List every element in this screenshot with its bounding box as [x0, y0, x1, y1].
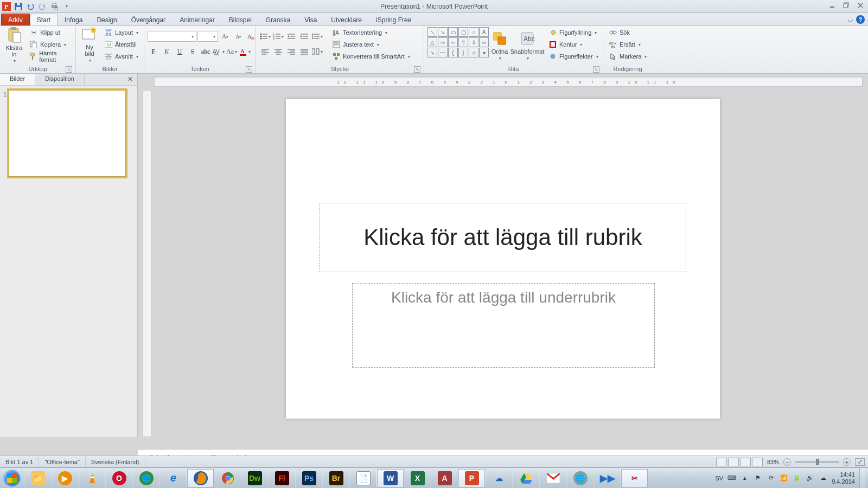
- paragraph-dialog-launcher[interactable]: ⤡: [414, 66, 420, 73]
- slide-canvas[interactable]: Klicka för att lägga till rubrik Klicka …: [286, 99, 720, 419]
- text-direction-button[interactable]: ||ATextorientering▾: [330, 27, 412, 38]
- find-button[interactable]: Sök: [607, 27, 649, 38]
- justify-button[interactable]: [298, 46, 310, 57]
- taskbar-photoshop[interactable]: Ps: [295, 469, 322, 487]
- close-button[interactable]: [855, 1, 866, 10]
- taskbar-app1[interactable]: 🌐: [566, 469, 593, 487]
- taskbar-excel[interactable]: X: [404, 469, 431, 487]
- print-preview-button[interactable]: [49, 1, 60, 12]
- shape-line-icon[interactable]: ＼: [427, 27, 437, 37]
- shape-oval-icon[interactable]: ○: [469, 27, 478, 37]
- taskbar-ie[interactable]: e: [159, 469, 187, 487]
- character-spacing-button[interactable]: AV▾: [213, 46, 225, 57]
- show-desktop-button[interactable]: [859, 468, 865, 489]
- taskbar-powerpoint[interactable]: P: [458, 469, 485, 487]
- align-right-button[interactable]: [285, 46, 297, 57]
- new-slide-button[interactable]: Ny bild▾: [79, 27, 100, 63]
- battery-icon[interactable]: 🔋: [793, 474, 801, 483]
- sync-icon[interactable]: ⟳: [767, 474, 775, 483]
- slideshow-view-button[interactable]: [752, 458, 763, 466]
- taskbar-vlc[interactable]: [78, 469, 105, 487]
- horizontal-ruler[interactable]: 12 11 10 9 8 7 6 5 4 3 2 1 0 1 2 3 4 5 6…: [154, 77, 863, 87]
- shrink-font-button[interactable]: A▾: [232, 30, 244, 42]
- convert-smartart-button[interactable]: Konvertera till SmartArt▾: [330, 51, 412, 62]
- taskbar-dreamweaver[interactable]: Dw: [241, 469, 268, 487]
- tab-review[interactable]: Granska: [259, 14, 297, 25]
- replace-button[interactable]: abacErsätt▾: [607, 39, 649, 50]
- clear-formatting-button[interactable]: A: [245, 30, 257, 42]
- taskbar-gmail[interactable]: [539, 469, 566, 487]
- drawing-dialog-launcher[interactable]: ⤡: [593, 66, 599, 73]
- reading-view-button[interactable]: [740, 458, 751, 466]
- pane-tab-outline[interactable]: Disposition: [35, 74, 85, 85]
- zoom-percent[interactable]: 83%: [767, 459, 779, 465]
- shape-freeform-icon[interactable]: 〰: [438, 48, 448, 57]
- volume-icon[interactable]: 🔊: [806, 474, 814, 483]
- align-left-button[interactable]: [259, 46, 271, 57]
- shape-darrow-icon[interactable]: ⇩: [469, 37, 478, 47]
- align-text-button[interactable]: Justera text▾: [330, 39, 412, 50]
- increase-indent-button[interactable]: [298, 30, 310, 42]
- shapes-more-button[interactable]: ▾: [479, 48, 489, 57]
- zoom-slider[interactable]: [795, 461, 839, 463]
- clock[interactable]: 14:41 9.4.2014: [832, 471, 855, 484]
- shape-effects-button[interactable]: Figureffekter▾: [546, 51, 601, 62]
- font-dialog-launcher[interactable]: ⤡: [246, 66, 252, 73]
- tab-ispring[interactable]: iSpring Free: [369, 14, 418, 25]
- taskbar-chrome-app[interactable]: 🌐: [132, 469, 159, 487]
- thumbnails-area[interactable]: 1: [0, 86, 137, 437]
- change-case-button[interactable]: Aa▾: [226, 46, 238, 57]
- grow-font-button[interactable]: A▴: [219, 30, 231, 42]
- status-language[interactable]: Svenska (Finland): [86, 456, 145, 467]
- zoom-in-button[interactable]: +: [843, 458, 851, 466]
- taskbar-app2[interactable]: ▶▶: [593, 469, 621, 487]
- taskbar-onedrive[interactable]: ☁: [485, 469, 512, 487]
- restore-button[interactable]: [841, 1, 852, 10]
- shape-triangle-icon[interactable]: △: [427, 37, 437, 47]
- tab-animations[interactable]: Animeringar: [173, 14, 222, 25]
- tab-view[interactable]: Visa: [297, 14, 324, 25]
- shape-2arrow-icon[interactable]: ⇔: [479, 37, 489, 47]
- taskbar-libreoffice[interactable]: 📄: [349, 469, 376, 487]
- section-button[interactable]: Avsnitt▾: [102, 51, 141, 62]
- undo-button[interactable]: [25, 1, 36, 12]
- shape-brace2-icon[interactable]: }: [458, 48, 468, 57]
- shapes-gallery[interactable]: ＼ ↘ ▭ ▢ ○ A △ ⇨ ⇦ ⇧ ⇩ ⇔ ∿ 〰 { } ☆: [427, 27, 489, 57]
- shape-textbox-icon[interactable]: A: [479, 27, 489, 37]
- align-center-button[interactable]: [272, 46, 284, 57]
- italic-button[interactable]: K: [161, 46, 173, 57]
- zoom-out-button[interactable]: −: [783, 458, 791, 466]
- tab-developer[interactable]: Utvecklare: [324, 14, 369, 25]
- numbering-button[interactable]: 123▾: [272, 30, 284, 42]
- font-size-combo[interactable]: ▾: [197, 31, 218, 42]
- fit-window-button[interactable]: ⤢: [855, 458, 865, 466]
- slide-thumbnail-1[interactable]: 1: [3, 90, 134, 177]
- sorter-view-button[interactable]: [728, 458, 739, 466]
- network-icon[interactable]: 📶: [780, 474, 788, 483]
- tab-slideshow[interactable]: Bildspel: [222, 14, 259, 25]
- taskbar-opera[interactable]: O: [105, 469, 132, 487]
- text-shadow-button[interactable]: abc: [200, 46, 212, 57]
- taskbar-access[interactable]: A: [431, 469, 458, 487]
- normal-view-button[interactable]: [716, 458, 727, 466]
- status-slide-info[interactable]: Bild 1 av 1: [0, 456, 39, 467]
- pane-close-button[interactable]: ✕: [123, 74, 137, 85]
- reset-button[interactable]: Återställ: [102, 39, 141, 50]
- start-button[interactable]: [0, 468, 24, 489]
- title-placeholder[interactable]: Klicka för att lägga till rubrik: [320, 203, 686, 272]
- paste-button[interactable]: Klistra in▾: [3, 27, 25, 63]
- taskbar-chrome[interactable]: [214, 469, 241, 487]
- shape-uarrow-icon[interactable]: ⇧: [458, 37, 468, 47]
- shape-brace-icon[interactable]: {: [448, 48, 458, 57]
- line-spacing-button[interactable]: ▾: [311, 30, 323, 42]
- tab-transitions[interactable]: Övergångar: [124, 14, 173, 25]
- subtitle-placeholder[interactable]: Klicka för att lägga till underrubrik: [352, 283, 655, 368]
- bullets-button[interactable]: ▾: [259, 30, 271, 42]
- format-painter-button[interactable]: Hämta format: [27, 51, 72, 62]
- help-button[interactable]: ?: [856, 15, 865, 24]
- copy-button[interactable]: Kopiera▾: [27, 39, 72, 50]
- input-language[interactable]: SV: [715, 475, 723, 481]
- shape-fill-button[interactable]: Figurfyllning▾: [546, 27, 601, 38]
- save-button[interactable]: [13, 1, 24, 12]
- shape-larrow-icon[interactable]: ⇦: [448, 37, 458, 47]
